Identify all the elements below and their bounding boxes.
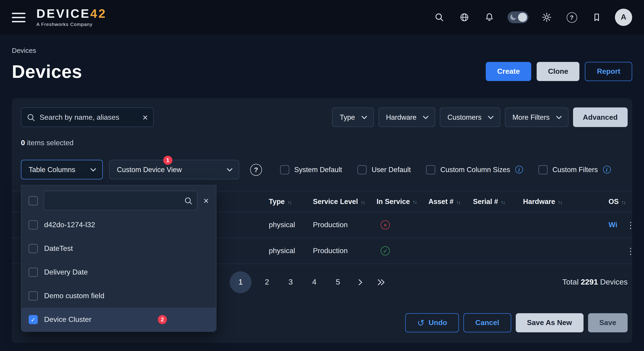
- custom-column-sizes-option[interactable]: Custom Column Sizes i: [426, 165, 523, 174]
- select-all-checkbox[interactable]: [29, 196, 38, 205]
- chevron-down-icon: [361, 115, 367, 119]
- column-option[interactable]: Delivery Date: [22, 260, 216, 284]
- header-asset[interactable]: Asset #↑↓: [428, 197, 473, 206]
- header-os[interactable]: OS↑↓: [608, 197, 626, 206]
- column-checkbox[interactable]: [29, 244, 38, 253]
- column-option[interactable]: DateTest: [22, 237, 216, 260]
- info-icon[interactable]: i: [603, 166, 610, 173]
- custom-filters-option[interactable]: Custom Filters i: [538, 165, 610, 174]
- clear-search-icon[interactable]: ×: [142, 113, 148, 122]
- create-button[interactable]: Create: [486, 62, 531, 81]
- column-option-badge: 2: [158, 315, 167, 324]
- search-icon[interactable]: [432, 11, 446, 24]
- type-filter-label: Type: [340, 113, 355, 121]
- system-default-checkbox[interactable]: [280, 165, 289, 174]
- brand-accent: 42: [90, 7, 107, 21]
- custom-column-sizes-checkbox[interactable]: [426, 165, 436, 174]
- more-filters-dropdown[interactable]: More Filters: [504, 107, 568, 127]
- cell-service-level: Production: [313, 247, 376, 255]
- cancel-button[interactable]: Cancel: [464, 313, 511, 332]
- panel-search-row: ×: [22, 185, 216, 213]
- page-2-button[interactable]: 2: [259, 271, 275, 293]
- column-search-box: [44, 191, 198, 210]
- views-help-icon[interactable]: ?: [250, 164, 262, 176]
- info-icon[interactable]: i: [515, 166, 523, 173]
- sort-icon[interactable]: ↑↓: [558, 199, 562, 205]
- globe-icon[interactable]: [458, 11, 471, 24]
- table-columns-dropdown[interactable]: Table Columns: [21, 160, 103, 179]
- hamburger-menu-icon[interactable]: [12, 13, 26, 22]
- header-hardware[interactable]: Hardware↑↓: [523, 197, 608, 206]
- page-4-button[interactable]: 4: [306, 271, 322, 293]
- type-filter-dropdown[interactable]: Type: [332, 107, 374, 127]
- system-default-label: System Default: [294, 165, 342, 174]
- table-columns-panel: × d42do-1274-l32 DateTest Delivery Date: [21, 185, 216, 332]
- system-default-option[interactable]: System Default: [280, 165, 342, 174]
- clone-button[interactable]: Clone: [537, 62, 580, 81]
- help-icon[interactable]: ?: [565, 11, 578, 24]
- customers-filter-dropdown[interactable]: Customers: [440, 107, 500, 127]
- brand-tagline: A Freshworks Company: [36, 22, 107, 27]
- bookmark-icon[interactable]: [590, 11, 604, 24]
- sort-icon[interactable]: ↑↓: [288, 199, 292, 205]
- last-page-icon[interactable]: [374, 271, 388, 293]
- bell-icon[interactable]: [482, 11, 496, 24]
- table-columns-label: Table Columns: [29, 165, 75, 174]
- brand-logo[interactable]: DEVICE42 A Freshworks Company: [36, 8, 107, 27]
- sort-icon[interactable]: ↑↓: [361, 199, 365, 205]
- column-option-selected[interactable]: ✓ Device Cluster 2: [22, 308, 216, 331]
- breadcrumb[interactable]: Devices: [12, 47, 36, 54]
- column-search-input[interactable]: [50, 196, 180, 205]
- hardware-filter-label: Hardware: [386, 113, 416, 121]
- app: DEVICE42 A Freshworks Company ?: [0, 0, 644, 351]
- custom-filters-checkbox[interactable]: [538, 165, 547, 174]
- device-search-input[interactable]: [40, 113, 138, 121]
- page-1-button[interactable]: 1: [230, 271, 252, 293]
- header-type[interactable]: Type↑↓: [269, 197, 313, 206]
- search-icon: [27, 113, 35, 121]
- avatar-initial: A: [621, 13, 626, 22]
- sort-icon[interactable]: ↑↓: [501, 199, 505, 205]
- devices-card: × Type Hardware Customers: [12, 98, 632, 343]
- not-in-service-icon: ×: [381, 220, 390, 229]
- page-5-button[interactable]: 5: [330, 271, 346, 293]
- avatar[interactable]: A: [615, 9, 632, 26]
- selection-count: 0: [21, 139, 25, 147]
- column-option[interactable]: Demo custom field: [22, 284, 216, 308]
- save-as-new-button[interactable]: Save As New: [516, 313, 583, 332]
- close-panel-icon[interactable]: ×: [204, 196, 209, 205]
- report-button[interactable]: Report: [585, 62, 632, 81]
- cell-in-service: ×: [376, 220, 428, 229]
- header-serial[interactable]: Serial #↑↓: [473, 197, 523, 206]
- hardware-filter-dropdown[interactable]: Hardware: [378, 107, 435, 127]
- column-option-label: DateTest: [44, 244, 73, 253]
- custom-device-view-dropdown[interactable]: 1 Custom Device View: [109, 160, 239, 179]
- filter-dropdowns: Type Hardware Customers More Filters: [332, 107, 628, 127]
- dark-mode-toggle[interactable]: [508, 11, 528, 23]
- row-menu-icon[interactable]: ⋮: [626, 246, 635, 255]
- advanced-button[interactable]: Advanced: [573, 107, 628, 127]
- user-default-option[interactable]: User Default: [358, 165, 411, 174]
- column-checkbox[interactable]: [29, 291, 38, 300]
- os-link[interactable]: Wi: [608, 221, 618, 228]
- sort-icon[interactable]: ↑↓: [622, 199, 626, 205]
- header-in-service[interactable]: In Service↑↓: [376, 197, 428, 206]
- header-service-level[interactable]: Service Level↑↓: [313, 197, 376, 206]
- row-menu-icon[interactable]: ⋮: [626, 221, 635, 229]
- cell-os: Wi: [608, 221, 626, 229]
- column-checkbox[interactable]: [29, 220, 38, 229]
- page-3-button[interactable]: 3: [282, 271, 299, 293]
- sort-icon[interactable]: ↑↓: [456, 199, 460, 205]
- sort-icon[interactable]: ↑↓: [413, 199, 417, 204]
- gear-icon[interactable]: [540, 11, 554, 24]
- column-checkbox[interactable]: [29, 268, 38, 277]
- column-option[interactable]: d42do-1274-l32: [22, 213, 216, 237]
- cell-service-level: Production: [313, 221, 376, 229]
- chevron-down-icon: [556, 115, 562, 119]
- device-search-box: ×: [21, 107, 154, 127]
- user-default-checkbox[interactable]: [358, 165, 366, 174]
- save-button[interactable]: Save: [588, 313, 628, 332]
- next-page-icon[interactable]: [354, 271, 367, 293]
- undo-button[interactable]: ↺ Undo: [406, 313, 459, 332]
- column-checkbox-checked[interactable]: ✓: [29, 315, 38, 324]
